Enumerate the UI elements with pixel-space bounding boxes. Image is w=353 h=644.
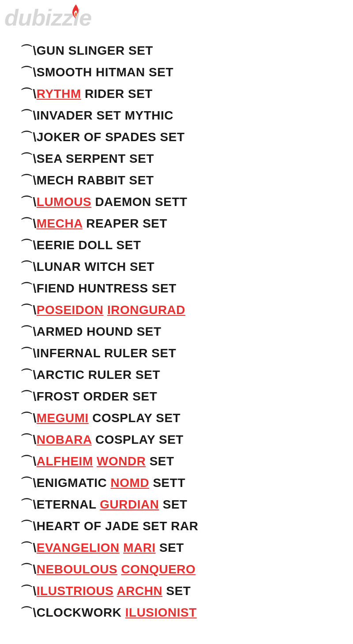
list-item: ⌒\ARCTIC RULER SET	[20, 364, 353, 386]
item-prefix: ⌒\	[20, 173, 37, 187]
list-item: ⌒\POSEIDON IRONGURAD	[20, 299, 353, 321]
list-item: ⌒\MECH RABBIT SET	[20, 169, 353, 191]
flame-icon	[70, 4, 82, 19]
item-text: GUN SLINGER SET	[37, 44, 153, 57]
list-item: ⌒\INFERNAL RULER SET	[20, 342, 353, 364]
item-link[interactable]: MEGUMI	[37, 411, 89, 425]
item-prefix: ⌒\	[20, 498, 37, 511]
item-text: SET	[159, 498, 187, 511]
list-item: ⌒\INVADER SET MYTHIC	[20, 105, 353, 126]
item-text: COSPLAY SET	[92, 433, 184, 446]
list-item: ⌒\NOBARA COSPLAY SET	[20, 429, 353, 450]
item-text: SET	[162, 584, 191, 598]
item-text: SMOOTH HITMAN SET	[37, 65, 173, 79]
item-prefix: ⌒\	[20, 238, 37, 252]
item-text: SET	[146, 454, 174, 468]
item-text: EERIE DOLL SET	[37, 238, 141, 252]
list-item: ⌒\HEART OF JADE SET RAR	[20, 515, 353, 537]
item-link[interactable]: ALFHEIM	[37, 454, 93, 468]
item-link[interactable]: LUMOUS	[37, 195, 91, 209]
item-text: LUNAR WITCH SET	[37, 260, 154, 273]
item-prefix: ⌒\	[20, 281, 37, 295]
list-item: ⌒\MECHA REAPER SET	[20, 213, 353, 234]
item-prefix: ⌒\	[20, 303, 37, 317]
item-text: DAEMON SETT	[91, 195, 188, 209]
item-text: SETT	[149, 476, 185, 490]
item-text: ARMED HOUND SET	[37, 325, 161, 338]
item-link[interactable]: GURDIAN	[100, 498, 159, 511]
item-text: INVADER SET MYTHIC	[37, 109, 173, 122]
item-text: SET	[156, 541, 184, 554]
item-prefix: ⌒\	[20, 87, 37, 101]
list-item: ⌒\ALFHEIM WONDR SET	[20, 450, 353, 472]
item-text: JOKER OF SPADES SET	[37, 130, 185, 144]
item-prefix: ⌒\	[20, 606, 37, 619]
item-text: ETERNAL	[37, 498, 100, 511]
item-link[interactable]: NOMD	[111, 476, 150, 490]
item-link[interactable]: ILUSIONIST	[125, 606, 197, 619]
item-link[interactable]: ILUSTRIOUS	[37, 584, 114, 598]
item-text	[120, 541, 123, 554]
item-text	[104, 303, 107, 317]
item-prefix: ⌒\	[20, 411, 37, 425]
item-prefix: ⌒\	[20, 109, 37, 122]
list-item: ⌒\JOKER OF SPADES SET	[20, 126, 353, 148]
item-prefix: ⌒\	[20, 476, 37, 490]
item-prefix: ⌒\	[20, 44, 37, 57]
item-prefix: ⌒\	[20, 65, 37, 79]
list-item: ⌒\EVANGELION MARI SET	[20, 537, 353, 558]
item-text	[93, 454, 97, 468]
item-text: ARCTIC RULER SET	[37, 368, 160, 382]
item-prefix: ⌒\	[20, 562, 37, 576]
list-item: ⌒\SEA SERPENT SET	[20, 148, 353, 169]
list-item: ⌒\GUN SLINGER SET	[20, 40, 353, 61]
item-link[interactable]: MECHA	[37, 217, 83, 230]
item-text: FIEND HUNTRESS SET	[37, 281, 176, 295]
item-text: ENIGMATIC	[37, 476, 111, 490]
item-link[interactable]: MARI	[123, 541, 156, 554]
list-item: ⌒\FIEND HUNTRESS SET	[20, 277, 353, 299]
header: dubizzle	[0, 0, 353, 35]
item-text: RIDER SET	[81, 87, 153, 101]
list-item: ⌒\ILUSTRIOUS ARCHN SET	[20, 580, 353, 602]
item-prefix: ⌒\	[20, 217, 37, 230]
list-item: ⌒\CLOCKWORK ILUSIONIST	[20, 602, 353, 623]
item-prefix: ⌒\	[20, 541, 37, 554]
list-item: ⌒\ENIGMATIC NOMD SETT	[20, 472, 353, 494]
list-item: ⌒\LUMOUS DAEMON SETT	[20, 191, 353, 213]
item-link[interactable]: EVANGELION	[37, 541, 120, 554]
items-list: ⌒\GUN SLINGER SET⌒\SMOOTH HITMAN SET⌒\RY…	[0, 35, 353, 632]
item-prefix: ⌒\	[20, 130, 37, 144]
item-text: HEART OF JADE SET RAR	[37, 519, 199, 533]
list-item: ⌒\ARMED HOUND SET	[20, 321, 353, 342]
item-link[interactable]: ARCHN	[117, 584, 163, 598]
item-text: FROST ORDER SET	[37, 389, 158, 403]
item-prefix: ⌒\	[20, 368, 37, 382]
item-link[interactable]: POSEIDON	[37, 303, 104, 317]
list-item: ⌒\EERIE DOLL SET	[20, 234, 353, 256]
item-text: COSPLAY SET	[89, 411, 180, 425]
item-text: REAPER SET	[83, 217, 167, 230]
item-text: CLOCKWORK	[37, 606, 125, 619]
item-prefix: ⌒\	[20, 325, 37, 338]
item-text	[113, 584, 116, 598]
item-prefix: ⌒\	[20, 519, 37, 533]
item-link[interactable]: NEBOULOUS	[37, 562, 117, 576]
item-prefix: ⌒\	[20, 260, 37, 273]
item-prefix: ⌒\	[20, 584, 37, 598]
item-link[interactable]: NOBARA	[37, 433, 92, 446]
item-text: MECH RABBIT SET	[37, 173, 154, 187]
item-text: SEA SERPENT SET	[37, 152, 154, 165]
list-item: ⌒\MEGUMI COSPLAY SET	[20, 407, 353, 429]
item-link[interactable]: IRONGURAD	[107, 303, 185, 317]
item-link[interactable]: CONQUERO	[121, 562, 195, 576]
item-link[interactable]: WONDR	[97, 454, 146, 468]
item-prefix: ⌒\	[20, 195, 37, 209]
item-text: INFERNAL RULER SET	[37, 346, 176, 360]
logo-container: dubizzle	[4, 4, 353, 31]
item-prefix: ⌒\	[20, 152, 37, 165]
item-prefix: ⌒\	[20, 389, 37, 403]
item-prefix: ⌒\	[20, 433, 37, 446]
item-link[interactable]: RYTHM	[37, 87, 81, 101]
list-item: ⌒\RYTHM RIDER SET	[20, 83, 353, 105]
